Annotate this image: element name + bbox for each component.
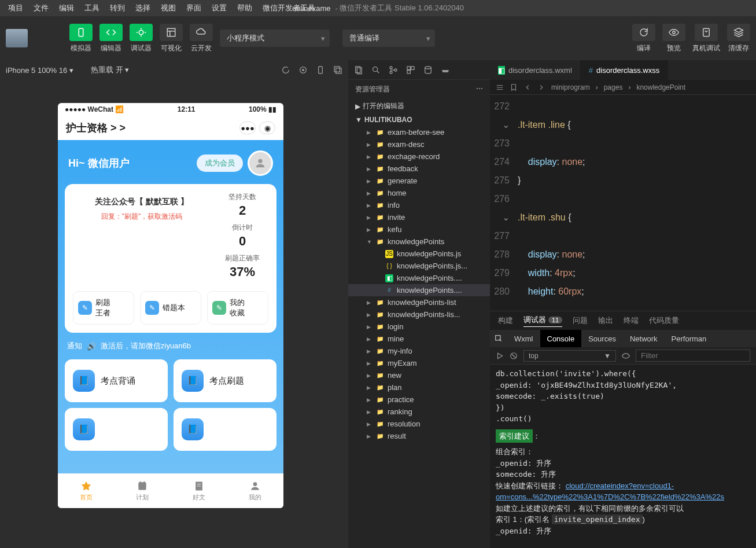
tree-node[interactable]: ▼📁knowledgePoints — [348, 236, 490, 248]
menu-tools[interactable]: 工具 — [80, 1, 104, 15]
remote-debug-button[interactable]: 真机调试 — [692, 24, 720, 53]
tree-node[interactable]: ▶📁practice — [348, 393, 490, 406]
visual-button[interactable]: 可视化 — [160, 24, 183, 53]
more-icon[interactable]: ⋯ — [476, 84, 483, 94]
editor-tab[interactable]: ◧disorderclass.wxml — [490, 60, 581, 80]
preview-button[interactable]: 预览 — [662, 24, 685, 53]
tree-node[interactable]: ▶📁myExam — [348, 357, 490, 369]
menu-edit[interactable]: 编辑 — [54, 1, 79, 15]
avatar[interactable] — [248, 150, 273, 176]
tree-node[interactable]: ▶📁kefu — [348, 223, 490, 236]
panel-tab[interactable]: 构建 — [498, 315, 513, 326]
editor-tab[interactable]: #disorderclass.wxss — [581, 60, 668, 80]
inspect-icon[interactable] — [495, 334, 503, 343]
panel-tab[interactable]: 问题 — [573, 315, 588, 326]
panel-tab[interactable]: 代码质量 — [649, 315, 679, 326]
tree-node[interactable]: ▶📁plan — [348, 381, 490, 393]
panel-tab[interactable]: 终端 — [624, 315, 639, 326]
open-editors-section[interactable]: ▶打开的编辑器 — [348, 99, 490, 113]
console-output[interactable]: db.collection('invite').where({ _openid:… — [490, 365, 756, 548]
db-icon[interactable] — [423, 65, 433, 75]
device-selector[interactable]: iPhone 5 100% 16 ▾ — [6, 66, 73, 75]
tree-node[interactable]: ▶📁exchage-record — [348, 150, 490, 163]
devtab-wxml[interactable]: Wxml — [507, 330, 540, 347]
code-area[interactable]: 272⌄ 273.lt-item .line {274 display: non… — [490, 95, 756, 311]
tree-node[interactable]: ▶📁feedback — [348, 163, 490, 175]
record-icon[interactable] — [298, 65, 308, 75]
tree-node[interactable]: ▶📁exam-before-see — [348, 126, 490, 138]
hot-reload-toggle[interactable]: 热重载 开 ▾ — [91, 65, 129, 75]
tree-node[interactable]: ▶📁login — [348, 321, 490, 333]
tree-node[interactable]: ▶📁mine — [348, 333, 490, 345]
editor-button[interactable]: 编辑器 — [99, 24, 123, 53]
console-filter[interactable] — [636, 350, 750, 362]
tree-node[interactable]: ▶📁new — [348, 369, 490, 381]
create-index-link-2[interactable]: om=cons...%22type%22%3A1%7D%2C%7B%22fiel… — [496, 492, 724, 501]
phone-simulator[interactable]: ●●●●● WeChat ⁠📶 12:11 100% ▮▮ 护士资格 > > ●… — [58, 103, 283, 508]
tree-node[interactable]: ▶📁home — [348, 187, 490, 199]
root-folder[interactable]: ▼HULITIKUBAO — [348, 113, 490, 126]
devtab-network[interactable]: Network — [623, 330, 665, 347]
ban-icon[interactable] — [510, 352, 518, 360]
phone-tab[interactable]: 我的 — [227, 474, 284, 508]
crumb[interactable]: knowledgePoint — [636, 83, 685, 91]
forward-icon[interactable] — [537, 83, 545, 91]
compile-mode-dropdown[interactable]: 普通编译 — [342, 30, 435, 47]
search-icon[interactable] — [371, 65, 381, 75]
quick-action[interactable]: ✎错题本 — [140, 291, 201, 325]
capsule-more-icon[interactable]: ●●● — [239, 122, 256, 134]
quick-action[interactable]: ✎我的收藏 — [207, 291, 268, 325]
panel-tab[interactable]: 输出 — [598, 315, 613, 326]
member-button[interactable]: 成为会员 — [197, 155, 243, 172]
menu-help[interactable]: 帮助 — [233, 1, 257, 15]
simulator-button[interactable]: 模拟器 — [69, 24, 93, 53]
mode-dropdown[interactable]: 小程序模式 — [220, 30, 330, 47]
crumb[interactable]: miniprogram — [551, 83, 590, 91]
list-icon[interactable] — [496, 83, 504, 91]
tree-node[interactable]: ▶📁generate — [348, 175, 490, 187]
tree-node[interactable]: ▶📁result — [348, 430, 490, 442]
back-icon[interactable] — [523, 83, 532, 91]
phone-tab[interactable]: 计划 — [115, 474, 171, 508]
crumb[interactable]: pages — [604, 83, 623, 91]
menu-ui[interactable]: 界面 — [182, 1, 206, 15]
debugger-button[interactable]: 调试器 — [130, 24, 153, 53]
devtab-sources[interactable]: Sources — [581, 330, 623, 347]
context-select[interactable]: top▼ — [523, 350, 616, 362]
cloud-button[interactable]: 云开发 — [190, 24, 213, 53]
popout-icon[interactable] — [333, 65, 342, 75]
feature-card[interactable]: 📘 — [65, 408, 168, 451]
eye-icon[interactable] — [622, 352, 630, 360]
tree-node[interactable]: ▶📁knowledgePoints-list — [348, 296, 490, 308]
docker-icon[interactable] — [441, 65, 450, 75]
devtab-console[interactable]: Console — [540, 330, 582, 347]
clear-cache-button[interactable]: 清缓存 — [727, 24, 750, 53]
menu-select[interactable]: 选择 — [131, 1, 155, 15]
menu-settings[interactable]: 设置 — [207, 1, 231, 15]
tree-file[interactable]: JSknowledgePoints.js — [348, 248, 490, 260]
tree-node[interactable]: ▶📁exam-desc — [348, 138, 490, 150]
tree-file[interactable]: ◧knowledgePoints.... — [348, 272, 490, 284]
menu-goto[interactable]: 转到 — [105, 1, 130, 15]
project-thumbnail[interactable] — [6, 29, 28, 47]
phone-tab[interactable]: 首页 — [58, 474, 115, 508]
tree-node[interactable]: ▶📁my-info — [348, 345, 490, 357]
feature-card[interactable]: 📘考点背诵 — [65, 359, 168, 402]
feature-card[interactable]: 📘 — [174, 408, 276, 451]
tree-file[interactable]: #knowledgePoints.... — [348, 284, 490, 296]
quick-action[interactable]: ✎刷题王者 — [73, 291, 134, 325]
menu-project[interactable]: 项目 — [3, 1, 28, 15]
tree-node[interactable]: ▶📁info — [348, 199, 490, 211]
tree-node[interactable]: ▶📁knowledgePoints-lis... — [348, 308, 490, 321]
menu-devtools[interactable]: 微信开发者工具 — [258, 1, 320, 15]
tree-node[interactable]: ▶📁ranking — [348, 406, 490, 418]
device-icon[interactable] — [316, 65, 325, 75]
git-icon[interactable] — [389, 65, 398, 75]
tree-node[interactable]: ▶📁invite — [348, 211, 490, 223]
reload-icon[interactable] — [281, 65, 290, 75]
menu-file[interactable]: 文件 — [29, 1, 53, 15]
create-index-link[interactable]: cloud://createindex?env=cloud1- — [566, 481, 674, 490]
tree-file[interactable]: { }knowledgePoints.js... — [348, 260, 490, 272]
bookmark-icon[interactable] — [510, 83, 518, 91]
ext-icon[interactable] — [406, 65, 415, 75]
